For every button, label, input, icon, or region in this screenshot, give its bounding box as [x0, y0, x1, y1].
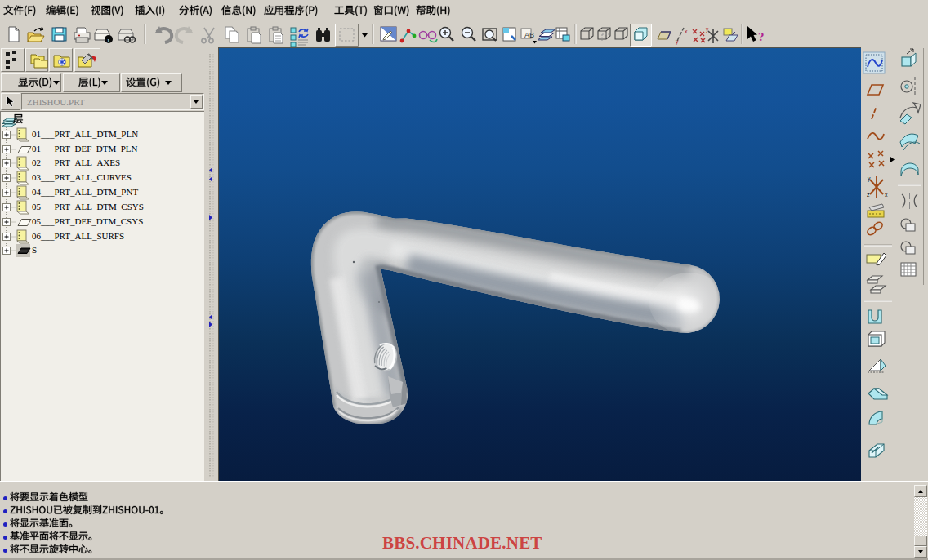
svg-text:x: x	[685, 29, 688, 34]
svg-text:?: ?	[758, 30, 765, 43]
svg-text:z: z	[867, 192, 870, 198]
svg-text:y: y	[676, 38, 679, 45]
svg-text:x: x	[885, 192, 888, 198]
svg-text:AB: AB	[524, 31, 534, 39]
svg-text:y: y	[868, 176, 871, 182]
